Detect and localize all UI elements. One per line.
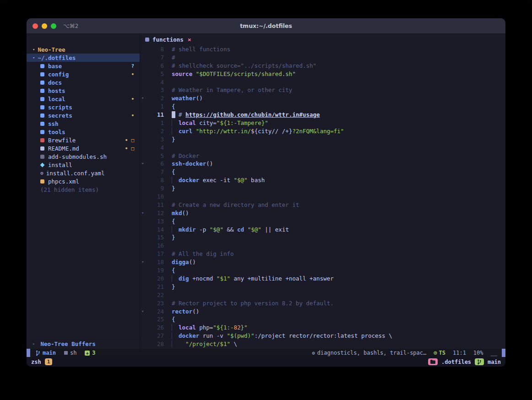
tree-root-item[interactable]: ▾ ~/.dotfiles (27, 54, 140, 62)
line-number: 1 (140, 103, 166, 111)
code-line[interactable]: 7# (140, 54, 505, 62)
tree-item-add-submodules.sh[interactable]: add-submodules.sh (27, 152, 140, 161)
cursor-block (172, 111, 175, 118)
fold-icon[interactable]: ▾ (141, 94, 144, 103)
branch-chip[interactable] (475, 358, 484, 365)
file-icon (145, 38, 149, 42)
code-text (166, 78, 172, 86)
tree-item-local[interactable]: local• (27, 95, 140, 103)
tree-item-README.md[interactable]: README.md•□ (27, 144, 140, 152)
code-line[interactable]: 3# Weather in Tampere, or other city (140, 86, 505, 94)
code-line[interactable]: 7{ (140, 168, 505, 176)
tree-item-scripts[interactable]: scripts (27, 103, 140, 111)
code-line[interactable]: 1▏ local city="${1:-Tampere}" (140, 119, 505, 127)
line-number: 7 (140, 54, 166, 62)
code-text: ▏ docker run -v "$(pwd)":/project rector… (166, 332, 392, 340)
code-text: # shellcheck source="../scripts/shared.s… (166, 62, 316, 70)
code-line[interactable]: 9} (140, 184, 505, 193)
code-line[interactable]: ▾18digga() (140, 258, 505, 266)
code-text: # All the dig info (166, 250, 233, 258)
fold-icon[interactable]: ▾ (141, 308, 144, 316)
treesitter-icon: ⊙ (434, 350, 437, 356)
content-area: ▾ Neo-Tree ▾ ~/.dotfiles base?config•doc… (27, 34, 505, 349)
tmux-window-index-chip[interactable]: 1 (45, 358, 53, 365)
filetype-icon (64, 351, 68, 355)
code-line[interactable]: 16 (140, 242, 505, 250)
file-icon (40, 138, 44, 142)
code-text: # https://github.com/chubin/wttr.in#usag… (166, 111, 320, 119)
fold-icon[interactable]: ▾ (141, 258, 144, 266)
code-line[interactable]: 23# Rector project to php version 8.2 by… (140, 299, 505, 308)
code-text: # shell functions (166, 45, 230, 54)
fold-icon[interactable]: ▾ (141, 160, 144, 168)
tree-item-hosts[interactable]: hosts (27, 86, 140, 95)
tree-item-phpcs.xml[interactable]: phpcs.xml (27, 177, 140, 185)
tree-item-Brewfile[interactable]: Brewfile•□ (27, 136, 140, 144)
code-line[interactable]: 4 (140, 78, 505, 86)
titlebar[interactable]: ⌥⌘2 tmux:~/.dotfiles (27, 18, 505, 34)
line-number: 7 (140, 168, 166, 176)
tree-item-label: tools (48, 129, 65, 135)
code-line[interactable]: 11# Create a new directory and enter it (140, 201, 505, 209)
code-line[interactable]: 28▏ "/project/$1" \ (140, 340, 505, 348)
code-line[interactable]: 13{ (140, 217, 505, 226)
code-line[interactable]: ▾12mkd() (140, 209, 505, 217)
code-line[interactable]: 21} (140, 283, 505, 291)
code-text: { (166, 315, 175, 324)
code-line[interactable]: 15} (140, 233, 505, 242)
code-line[interactable]: 19{ (140, 266, 505, 275)
tree-item-install[interactable]: install (27, 161, 140, 169)
code-line[interactable]: 14▏ mkdir -p "$@" && cd "$@" || exit (140, 226, 505, 234)
zoom-window-button[interactable] (51, 23, 56, 29)
code-line[interactable]: 3} (140, 135, 505, 144)
code-lines[interactable]: 8# shell functions7#6# shellcheck source… (140, 45, 505, 349)
tree-item-docs[interactable]: docs (27, 78, 140, 86)
lsp-icon: ⚙ (312, 350, 315, 356)
code-line[interactable]: 26▏ local php="${1:-82}" (140, 324, 505, 332)
tab-bar: functions × (140, 34, 505, 45)
tree-item-install.conf.yaml[interactable]: ⚙install.conf.yaml (27, 169, 140, 177)
code-line[interactable]: 6# shellcheck source="../scripts/shared.… (140, 62, 505, 70)
line-number: 10 (140, 193, 166, 201)
tmux-branch-label: main (488, 359, 501, 365)
code-line[interactable]: 25{ (140, 315, 505, 324)
code-line[interactable]: 5source "$DOTFILES/scripts/shared.sh" (140, 70, 505, 78)
tab-functions[interactable]: functions × (145, 36, 191, 43)
code-text: ▏ local city="${1:-Tampere}" (166, 119, 268, 127)
close-window-button[interactable] (33, 23, 38, 29)
code-line[interactable]: 17# All the dig info (140, 250, 505, 258)
tree-item-tools[interactable]: tools (27, 128, 140, 136)
code-line[interactable]: 1{ (140, 103, 505, 111)
minimize-window-button[interactable] (42, 23, 47, 29)
code-line[interactable]: 8▏ docker exec -it "$@" bash (140, 176, 505, 184)
tree-item-secrets[interactable]: secrets• (27, 111, 140, 119)
code-line[interactable]: 20▏ dig +nocmd "$1" any +multiline +noal… (140, 275, 505, 283)
code-line[interactable]: 2▏ curl "http://wttr.in/${city// /+}?2nF… (140, 127, 505, 135)
file-icon (40, 146, 44, 151)
code-line[interactable]: 22 (140, 291, 505, 299)
line-number: 6 (140, 62, 166, 70)
tree-item-base[interactable]: base? (27, 62, 140, 70)
code-line[interactable]: 11 # https://github.com/chubin/wttr.in#u… (140, 111, 505, 119)
tree-item-label: README.md (48, 145, 79, 152)
code-line[interactable]: 10 (140, 193, 505, 201)
neotree-buffers-header[interactable]: ▸ Neo-Tree Buffers (27, 338, 140, 349)
code-line[interactable]: 4 (140, 144, 505, 152)
code-line[interactable]: ▾2weather() (140, 94, 505, 103)
tmux-window-name[interactable]: zsh (31, 359, 41, 365)
code-line[interactable]: ▾24rector() (140, 308, 505, 316)
folder-icon (40, 130, 44, 134)
code-line[interactable]: 8# shell functions (140, 45, 505, 54)
close-tab-icon[interactable]: × (188, 36, 191, 43)
code-line[interactable]: 27▏ docker run -v "$(pwd)":/project rect… (140, 332, 505, 340)
repo-chip[interactable] (428, 358, 438, 365)
code-line[interactable]: ▾6ssh-docker() (140, 160, 505, 168)
statusline-right-block (502, 349, 505, 357)
line-number: 17 (140, 250, 166, 258)
line-number: 25 (140, 315, 166, 324)
code-line[interactable]: 5# Docker (140, 152, 505, 160)
line-number: 27 (140, 332, 166, 340)
tree-item-ssh[interactable]: ssh (27, 119, 140, 128)
fold-icon[interactable]: ▾ (141, 209, 144, 217)
tree-item-config[interactable]: config• (27, 70, 140, 78)
